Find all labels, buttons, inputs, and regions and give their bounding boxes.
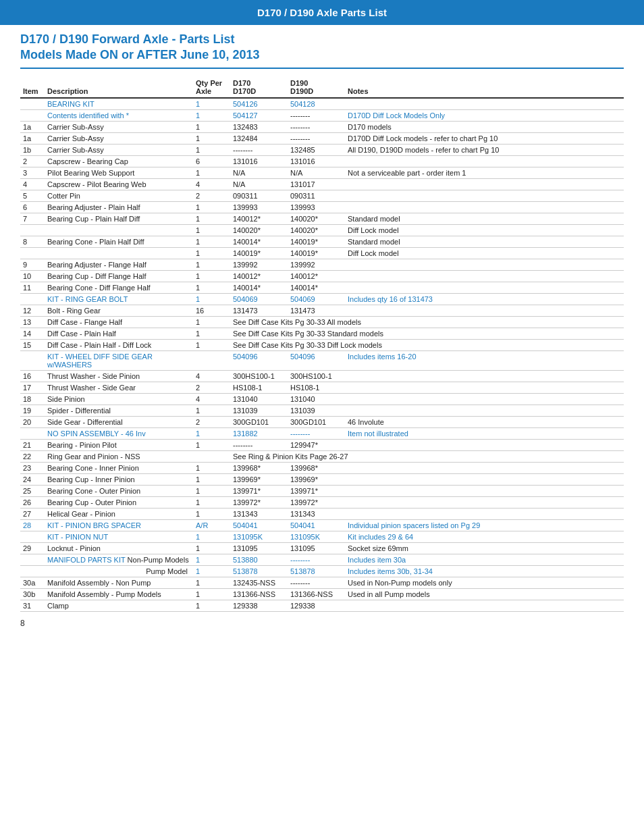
cell-d190: 129947*	[288, 439, 345, 450]
cell-desc: NO SPIN ASSEMBLY - 46 Inv	[45, 427, 193, 439]
cell-d170: 140019*	[230, 247, 288, 259]
table-row: 12Bolt - Ring Gear16131473131473	[20, 305, 624, 316]
table-row: 5Cotter Pin2090311090311	[20, 190, 624, 201]
cell-notes: Kit includes 29 & 64	[345, 531, 624, 542]
cell-d170: 131366-NSS	[230, 588, 288, 600]
table-row: MANIFOLD PARTS KIT Non-Pump Models151388…	[20, 554, 624, 565]
cell-qty: 1	[193, 439, 230, 450]
cell-notes	[345, 496, 624, 508]
cell-item	[20, 531, 45, 542]
cell-item: 7	[20, 213, 45, 224]
cell-qty: 1	[193, 531, 230, 542]
cell-span: See Diff Case Kits Pg 30-33 All models	[230, 316, 624, 328]
cell-d190: 513878	[288, 565, 345, 577]
cell-desc: Bearing Cup - Plain Half Diff	[45, 213, 193, 224]
cell-d170: 139972*	[230, 496, 288, 508]
cell-item: 25	[20, 485, 45, 496]
cell-qty: 1	[193, 542, 230, 554]
cell-desc: Helical Gear - Pinion	[45, 508, 193, 519]
cell-d190: 131343	[288, 508, 345, 519]
cell-d190: 504096	[288, 350, 345, 370]
cell-notes	[345, 155, 624, 167]
cell-notes: Includes items 16-20	[345, 350, 624, 370]
cell-qty: 1	[193, 328, 230, 339]
cell-qty: 1	[193, 121, 230, 132]
cell-desc: Manifold Assembly - Pump Models	[45, 588, 193, 600]
col-header-d170: D170D170D	[230, 77, 288, 98]
table-row: 31Clamp1129338129338	[20, 600, 624, 611]
cell-qty: 1	[193, 496, 230, 508]
cell-qty: 1	[193, 270, 230, 282]
cell-d190: 131366-NSS	[288, 588, 345, 600]
table-row: KIT - RING GEAR BOLT1504069504069Include…	[20, 293, 624, 305]
cell-qty: 1	[193, 132, 230, 144]
cell-notes: Includes qty 16 of 131473	[345, 293, 624, 305]
cell-notes	[345, 270, 624, 282]
col-header-d190: D190D190D	[288, 77, 345, 98]
cell-d170: 131040	[230, 393, 288, 405]
cell-d170: 140014*	[230, 282, 288, 293]
cell-d190: 139971*	[288, 485, 345, 496]
cell-notes: Standard model	[345, 236, 624, 247]
cell-d170: 132483	[230, 121, 288, 132]
cell-d170: --------	[230, 144, 288, 155]
cell-notes: Used in all Pump models	[345, 588, 624, 600]
cell-d170: 513878	[230, 565, 288, 577]
cell-d170: 139992	[230, 259, 288, 270]
cell-desc	[45, 247, 193, 259]
cell-qty: 1	[193, 167, 230, 178]
cell-d190: HS108-1	[288, 382, 345, 393]
cell-desc: Bearing Cone - Inner Pinion	[45, 462, 193, 473]
table-row: Pump Model1513878513878Includes items 30…	[20, 565, 624, 577]
cell-d170: 300HS100-1	[230, 370, 288, 382]
table-row: 26Bearing Cup - Outer Pinion1139972*1399…	[20, 496, 624, 508]
cell-d170: 139971*	[230, 485, 288, 496]
cell-notes	[345, 405, 624, 416]
cell-qty: 1	[193, 600, 230, 611]
cell-d170: 504126	[230, 98, 288, 110]
cell-desc: Bearing Cone - Outer Pinion	[45, 485, 193, 496]
cell-item	[20, 224, 45, 236]
table-row: 16Thrust Washer - Side Pinion4300HS100-1…	[20, 370, 624, 382]
cell-item: 5	[20, 190, 45, 201]
cell-d190: 131017	[288, 178, 345, 190]
cell-desc: Spider - Differential	[45, 405, 193, 416]
cell-item: 24	[20, 473, 45, 485]
table-row: 22Ring Gear and Pinion - NSSSee Ring & P…	[20, 450, 624, 462]
cell-notes: All D190, D190D models - refer to chart …	[345, 144, 624, 155]
cell-qty: 1	[193, 405, 230, 416]
cell-d170: N/A	[230, 167, 288, 178]
cell-d190: --------	[288, 554, 345, 565]
cell-d170: 131882	[230, 427, 288, 439]
cell-qty: 1	[193, 554, 230, 565]
cell-desc: Diff Case - Flange Half	[45, 316, 193, 328]
table-row: 8Bearing Cone - Plain Half Diff1140014*1…	[20, 236, 624, 247]
cell-item	[20, 293, 45, 305]
cell-desc: Cotter Pin	[45, 190, 193, 201]
cell-d190: 140014*	[288, 282, 345, 293]
table-row: 17Thrust Washer - Side Gear2HS108-1HS108…	[20, 382, 624, 393]
cell-desc: Side Pinion	[45, 393, 193, 405]
cell-qty: 1	[193, 293, 230, 305]
cell-d190: --------	[288, 121, 345, 132]
cell-notes: D170D Diff Lock Models Only	[345, 109, 624, 121]
cell-qty: 1	[193, 282, 230, 293]
cell-d190: --------	[288, 577, 345, 588]
cell-item: 20	[20, 416, 45, 427]
cell-item: 21	[20, 439, 45, 450]
cell-desc: Locknut - Pinion	[45, 542, 193, 554]
cell-item: 8	[20, 236, 45, 247]
table-row: 21Bearing - Pinion Pilot1--------129947*	[20, 439, 624, 450]
cell-qty: 1	[193, 259, 230, 270]
cell-d190: 504041	[288, 519, 345, 531]
cell-item	[20, 554, 45, 565]
cell-d170: 131343	[230, 508, 288, 519]
table-row: 25Bearing Cone - Outer Pinion1139971*139…	[20, 485, 624, 496]
cell-notes: Individual pinion spacers listed on Pg 2…	[345, 519, 624, 531]
cell-d170: 139968*	[230, 462, 288, 473]
cell-desc: Bearing Cup - Outer Pinion	[45, 496, 193, 508]
cell-d190: --------	[288, 132, 345, 144]
cell-desc: Manifold Assembly - Non Pump	[45, 577, 193, 588]
cell-qty: 1	[193, 236, 230, 247]
cell-notes	[345, 508, 624, 519]
